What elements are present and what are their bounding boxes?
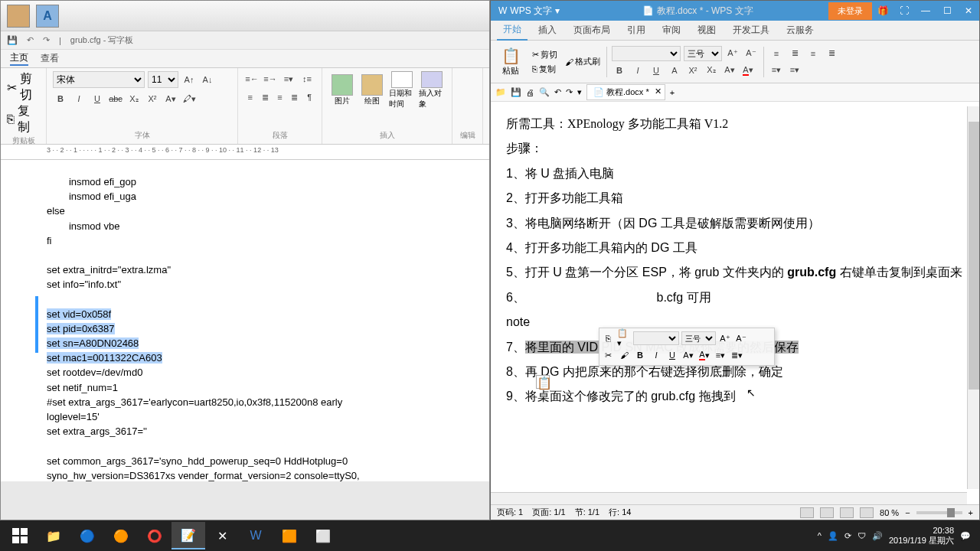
zoom-slider[interactable] bbox=[916, 511, 962, 514]
qb-redo-icon[interactable]: ↷ bbox=[43, 35, 50, 45]
mini-align-icon[interactable]: ≡▾ bbox=[714, 348, 727, 362]
tab-view[interactable]: 查看 bbox=[41, 52, 59, 65]
tray-sync-icon[interactable]: ⟳ bbox=[844, 531, 851, 541]
app-button-3[interactable]: ⬜ bbox=[306, 522, 340, 549]
clock[interactable]: 20:38 2019/1/19 星期六 bbox=[889, 526, 954, 546]
gift-icon[interactable]: 🎁 bbox=[872, 1, 893, 21]
datetime-button[interactable]: 日期和时间 bbox=[389, 71, 416, 109]
mini-italic-icon[interactable]: I bbox=[649, 348, 663, 362]
tray-people-icon[interactable]: 👤 bbox=[828, 531, 838, 541]
new-tab-icon[interactable]: + bbox=[670, 88, 675, 97]
paste-button[interactable]: 📋粘贴 bbox=[495, 44, 526, 80]
tab-pagelayout[interactable]: 页面布局 bbox=[567, 21, 616, 40]
notifications-icon[interactable]: 💬 bbox=[960, 531, 971, 541]
print-icon[interactable]: 🖨 bbox=[526, 88, 534, 97]
zoom-out-icon[interactable]: − bbox=[905, 508, 910, 517]
tab-insert[interactable]: 插入 bbox=[532, 21, 563, 40]
tray-sound-icon[interactable]: 🔊 bbox=[872, 531, 883, 541]
mini-font-select[interactable] bbox=[633, 331, 679, 345]
justify-icon[interactable]: ≣ bbox=[289, 90, 300, 105]
login-button[interactable]: 未登录 bbox=[828, 2, 872, 20]
bold-button[interactable]: B bbox=[53, 91, 68, 106]
cut-icon[interactable]: ✂ bbox=[7, 80, 17, 95]
subscript-button[interactable]: X₂ bbox=[704, 63, 719, 78]
bullets-icon[interactable]: ≡▾ bbox=[281, 71, 296, 86]
view-mode-3[interactable] bbox=[840, 507, 854, 518]
shrink-font-icon[interactable]: A⁻ bbox=[743, 46, 759, 61]
shrink-font-icon[interactable]: A↓ bbox=[200, 72, 215, 87]
align-center-icon[interactable]: ≣ bbox=[259, 90, 270, 105]
strike-button[interactable]: abc bbox=[108, 91, 123, 106]
maximize-button[interactable]: ☐ bbox=[936, 1, 958, 21]
tab-view[interactable]: 视图 bbox=[691, 21, 722, 40]
minimize-button[interactable]: — bbox=[915, 1, 936, 21]
horizontal-scrollbar[interactable] bbox=[491, 492, 967, 504]
open-icon[interactable]: 📁 bbox=[495, 87, 506, 97]
italic-button[interactable]: I bbox=[71, 91, 87, 106]
bullets-icon[interactable]: ≡▾ bbox=[769, 63, 784, 78]
mini-underline-icon[interactable]: U bbox=[665, 348, 679, 362]
format-painter-button[interactable]: 🖌格式刷 bbox=[564, 54, 602, 69]
mini-shrink-icon[interactable]: A⁻ bbox=[734, 331, 748, 345]
undo-icon[interactable]: ↶ bbox=[554, 87, 561, 97]
font-color-button[interactable]: A▾ bbox=[163, 91, 178, 106]
mini-color-icon[interactable]: A▾ bbox=[697, 348, 711, 362]
mini-paste-icon[interactable]: 📋▾ bbox=[617, 331, 631, 345]
tools-button[interactable]: ✕ bbox=[205, 522, 239, 549]
close-tab-icon[interactable]: ✕ bbox=[655, 86, 662, 96]
qb-undo-icon[interactable]: ↶ bbox=[27, 35, 34, 45]
grow-font-icon[interactable]: A⁺ bbox=[725, 46, 740, 61]
cut-button[interactable]: ✂剪切 bbox=[531, 47, 559, 62]
font-color-button[interactable]: A▾ bbox=[740, 63, 756, 78]
mini-bold-icon[interactable]: B bbox=[633, 348, 647, 362]
word-button[interactable]: W bbox=[239, 522, 273, 549]
mini-copy-icon[interactable]: ⎘ bbox=[601, 331, 615, 345]
align-left-icon[interactable]: ≡ bbox=[244, 90, 256, 105]
qb-save-icon[interactable]: 💾 bbox=[7, 35, 18, 45]
start-button[interactable] bbox=[3, 522, 37, 549]
explorer-button[interactable]: 📁 bbox=[37, 522, 70, 549]
tab-review[interactable]: 审阅 bbox=[656, 21, 687, 40]
document-tab[interactable]: 📄 教程.docx * ✕ bbox=[586, 84, 665, 100]
vertical-scrollbar[interactable] bbox=[967, 106, 979, 489]
paragraph-icon[interactable]: ¶ bbox=[304, 90, 315, 105]
view-mode-2[interactable] bbox=[820, 507, 834, 518]
numbering-icon[interactable]: ≡▾ bbox=[787, 63, 802, 78]
chrome-button[interactable]: 🔵 bbox=[70, 522, 104, 549]
align-left-icon[interactable]: ≡ bbox=[769, 46, 784, 61]
editor-area[interactable]: insmod efi_gop insmod efi_uga else insmo… bbox=[1, 160, 489, 481]
copy-icon[interactable]: ⎘ bbox=[7, 112, 15, 126]
redo-icon[interactable]: ↷ bbox=[566, 87, 573, 97]
app-button-1[interactable]: ⭕ bbox=[138, 522, 172, 549]
bold-button[interactable]: B bbox=[612, 63, 627, 78]
underline-button[interactable]: U bbox=[648, 63, 664, 78]
indent-dec-icon[interactable]: ≡← bbox=[244, 71, 260, 86]
italic-button[interactable]: I bbox=[630, 63, 645, 78]
object-button[interactable]: 插入对象 bbox=[419, 71, 446, 109]
browser-button[interactable]: 🟠 bbox=[104, 522, 138, 549]
picture-button[interactable]: 图片 bbox=[328, 71, 355, 109]
mini-brush-icon[interactable]: 🖌 bbox=[617, 348, 631, 362]
mini-highlight-icon[interactable]: A▾ bbox=[681, 348, 695, 362]
grow-font-icon[interactable]: A↑ bbox=[181, 72, 197, 87]
wordpad-taskbar-button[interactable]: 📝 bbox=[172, 522, 205, 549]
view-mode-4[interactable] bbox=[860, 507, 874, 518]
mini-cut-icon[interactable]: ✂ bbox=[601, 348, 615, 362]
wps-document-area[interactable]: 所需工具：XPEnology 多功能工具箱 V1.2 步骤： 1、将 U 盘插入… bbox=[491, 102, 979, 484]
underline-button[interactable]: U bbox=[90, 91, 105, 106]
mini-size-select[interactable]: 三号 bbox=[681, 331, 716, 345]
subscript-button[interactable]: X₂ bbox=[126, 91, 142, 106]
tab-main[interactable]: 主页 bbox=[10, 51, 28, 66]
align-center-icon[interactable]: ≣ bbox=[787, 46, 802, 61]
align-right-icon[interactable]: ≡ bbox=[274, 90, 286, 105]
code-content[interactable]: insmod efi_gop insmod efi_uga else insmo… bbox=[47, 175, 443, 481]
font-size-select[interactable]: 三号 bbox=[684, 46, 722, 61]
justify-icon[interactable]: ≣ bbox=[824, 46, 839, 61]
linespace-icon[interactable]: ↕≡ bbox=[299, 71, 315, 86]
font-family-select[interactable]: 宋体 bbox=[53, 71, 145, 88]
copy-button[interactable]: ⎘复制 bbox=[531, 62, 559, 77]
align-right-icon[interactable]: ≡ bbox=[805, 46, 821, 61]
paste-options-icon[interactable]: 📋 bbox=[536, 375, 550, 389]
app-button-2[interactable]: 🟧 bbox=[273, 522, 306, 549]
font-size-select[interactable]: 11 bbox=[148, 71, 178, 88]
